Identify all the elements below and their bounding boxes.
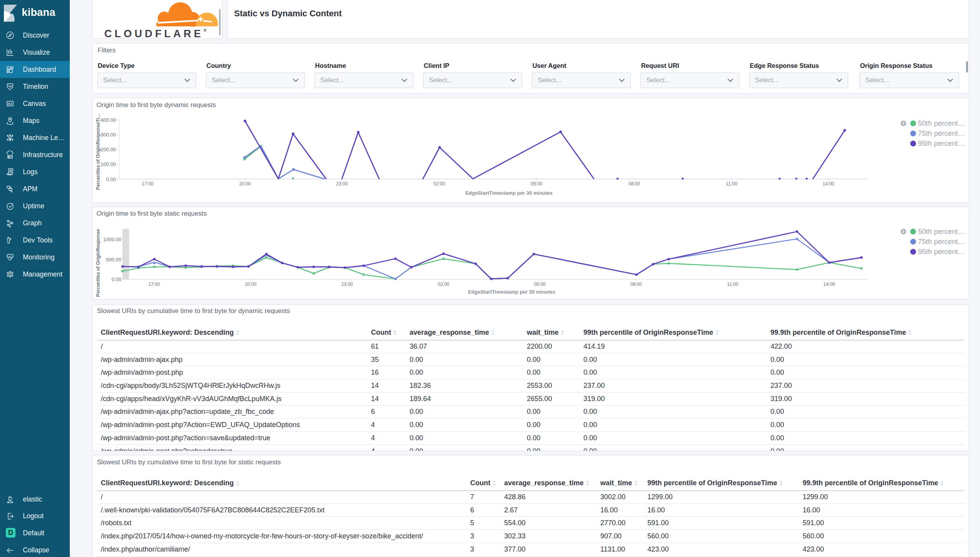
svg-text:75th percent…: 75th percent…: [918, 237, 965, 246]
svg-text:EdgeStartTimestamp per 30 minu: EdgeStartTimestamp per 30 minutes: [468, 289, 555, 295]
svg-text:200.00: 200.00: [100, 147, 116, 152]
svg-text:08:00: 08:00: [630, 282, 642, 287]
svg-text:23:00: 23:00: [336, 181, 348, 187]
svg-text:20:00: 20:00: [239, 181, 251, 187]
svg-text:Percentiles of OriginResponseT: Percentiles of OriginResponseTi…: [95, 113, 101, 190]
svg-text:05:00: 05:00: [531, 181, 542, 187]
svg-text:95th percent…: 95th percent…: [918, 139, 965, 147]
svg-text:Percentiles of OriginResponse: Percentiles of OriginResponse: [95, 229, 101, 297]
svg-text:500.00: 500.00: [106, 257, 121, 263]
svg-text:02:00: 02:00: [433, 181, 445, 187]
svg-text:02:00: 02:00: [438, 282, 449, 287]
svg-text:95th percent…: 95th percent…: [918, 247, 965, 256]
svg-text:23:00: 23:00: [341, 282, 353, 287]
svg-text:11:00: 11:00: [726, 181, 737, 187]
svg-text:0.00: 0.00: [112, 277, 121, 282]
svg-text:11:00: 11:00: [727, 282, 738, 287]
svg-text:100.00: 100.00: [100, 161, 116, 167]
svg-text:17:00: 17:00: [141, 181, 153, 187]
svg-text:05:00: 05:00: [534, 282, 545, 287]
svg-text:1000.00: 1000.00: [103, 237, 121, 242]
svg-text:50th percent…: 50th percent…: [918, 119, 965, 127]
svg-text:14:00: 14:00: [823, 181, 834, 187]
svg-text:50th percent…: 50th percent…: [918, 227, 965, 235]
svg-text:08:00: 08:00: [628, 181, 640, 187]
svg-text:17:00: 17:00: [148, 282, 160, 287]
svg-text:20:00: 20:00: [245, 282, 256, 287]
svg-text:400.00: 400.00: [100, 117, 116, 123]
svg-text:300.00: 300.00: [100, 132, 116, 138]
svg-text:0.00: 0.00: [106, 176, 116, 182]
svg-text:75th percent…: 75th percent…: [918, 129, 965, 137]
svg-text:EdgeStartTimestamp per 30 minu: EdgeStartTimestamp per 30 minutes: [465, 190, 552, 196]
svg-text:14:00: 14:00: [823, 282, 835, 287]
